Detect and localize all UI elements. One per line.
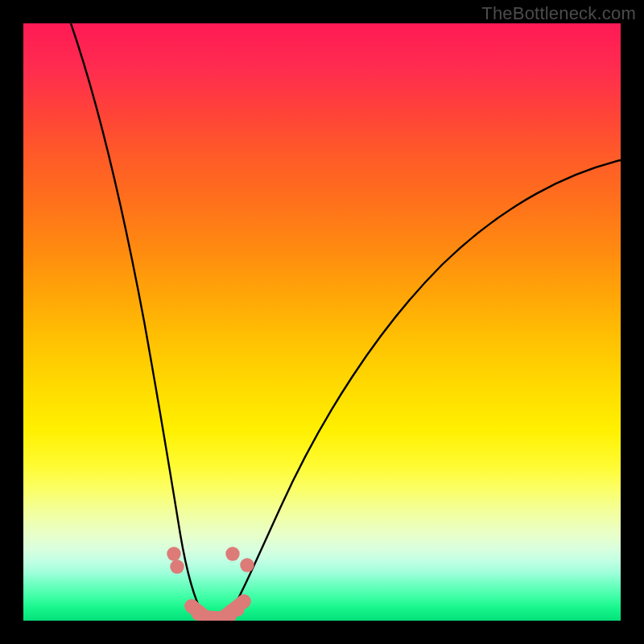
highlight-dot — [225, 547, 239, 560]
curves-layer — [23, 23, 621, 621]
watermark-text: TheBottleneck.com — [481, 3, 636, 24]
highlight-dot — [237, 594, 250, 608]
curve-right-branch — [228, 160, 621, 617]
highlight-dot — [240, 558, 254, 572]
highlight-dot — [167, 547, 180, 560]
highlight-dot — [170, 559, 184, 573]
curve-left-branch — [71, 23, 204, 617]
plot-area — [23, 23, 621, 621]
chart-frame: TheBottleneck.com — [0, 0, 644, 644]
